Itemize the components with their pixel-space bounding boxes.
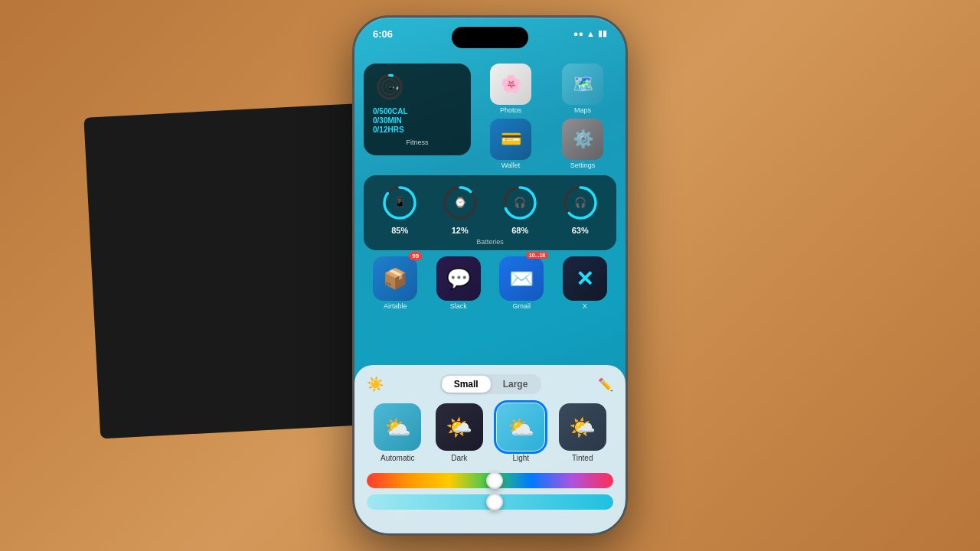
svg-text:🎧: 🎧 bbox=[514, 196, 527, 209]
batteries-widget[interactable]: 📱 85% ⌚ 12% bbox=[364, 175, 616, 250]
fitness-hrs: 0/12HRS bbox=[373, 126, 462, 134]
widget-label-automatic: Automatic bbox=[381, 454, 414, 462]
app-settings-container: ⚙️ Settings bbox=[549, 119, 616, 169]
battery-airpods: 🎧 63% bbox=[560, 183, 600, 235]
battery-headphones-pct: 68% bbox=[511, 226, 528, 235]
app-photos[interactable]: 🌸 bbox=[490, 64, 531, 105]
widget-styles: ⛅ Automatic 🌤️ Dark ⛅ Light 🌤️ Tinted bbox=[367, 403, 613, 462]
bottom-app-row: 📦 99 Airtable 💬 Slack ✉️ 10...18 Gmail ✕… bbox=[364, 256, 616, 310]
phone: 6:06 ●● ▲ ▮▮ 📱 0/500CA bbox=[352, 15, 628, 536]
fitness-label: Fitness bbox=[373, 139, 462, 146]
app-x-container: ✕ X bbox=[563, 256, 607, 310]
white-slider-thumb[interactable] bbox=[486, 494, 503, 510]
battery-watch: ⌚ 12% bbox=[440, 183, 480, 235]
app-airtable-container: 📦 99 Airtable bbox=[373, 256, 417, 310]
app-maps-label: Maps bbox=[574, 106, 591, 114]
fitness-stats: 0/500CAL 0/30MIN 0/12HRS bbox=[373, 107, 462, 134]
dynamic-island bbox=[452, 27, 528, 48]
app-settings[interactable]: ⚙️ bbox=[562, 119, 603, 160]
color-sliders bbox=[367, 473, 613, 510]
signal-icon: ●● bbox=[573, 29, 583, 38]
widget-style-tinted[interactable]: 🌤️ Tinted bbox=[559, 403, 606, 462]
fitness-widget[interactable]: 📱 0/500CAL 0/30MIN 0/12HRS Fitness bbox=[364, 64, 471, 155]
widget-label-light: Light bbox=[512, 454, 529, 462]
size-large-pill[interactable]: Large bbox=[491, 376, 541, 393]
app-slack-label: Slack bbox=[450, 302, 467, 310]
app-slack-container: 💬 Slack bbox=[436, 256, 481, 310]
app-wallet[interactable]: 💳 bbox=[490, 119, 531, 160]
fitness-min: 0/30MIN bbox=[373, 116, 462, 125]
size-selector: ☀️ Small Large ✏️ bbox=[367, 374, 613, 394]
app-x-label: X bbox=[583, 302, 587, 310]
battery-airpods-ring: 🎧 bbox=[560, 183, 600, 223]
app-gmail-container: ✉️ 10...18 Gmail bbox=[499, 256, 544, 310]
widget-label-dark: Dark bbox=[451, 454, 467, 462]
wifi-icon: ▲ bbox=[586, 29, 595, 38]
battery-phone-ring: 📱 bbox=[380, 183, 420, 223]
rainbow-slider-thumb[interactable] bbox=[486, 472, 503, 489]
widget-label-tinted: Tinted bbox=[572, 454, 593, 462]
battery-phone-pct: 85% bbox=[391, 226, 408, 235]
status-time: 6:06 bbox=[373, 28, 393, 40]
fitness-ring: 📱 bbox=[373, 73, 407, 101]
app-x[interactable]: ✕ bbox=[563, 256, 607, 301]
svg-text:📱: 📱 bbox=[387, 85, 394, 91]
battery-headphones: 🎧 68% bbox=[500, 183, 540, 235]
battery-headphones-ring: 🎧 bbox=[500, 183, 540, 223]
top-row: 📱 0/500CAL 0/30MIN 0/12HRS Fitness 🌸 Pho… bbox=[364, 64, 616, 169]
app-settings-label: Settings bbox=[570, 161, 596, 169]
app-maps-container: 🗺️ Maps bbox=[549, 64, 616, 114]
app-gmail-label: Gmail bbox=[512, 302, 531, 310]
size-small-pill[interactable]: Small bbox=[442, 376, 491, 393]
sun-icon: ☀️ bbox=[367, 376, 384, 393]
battery-icon: ▮▮ bbox=[598, 28, 607, 38]
app-photos-container: 🌸 Photos bbox=[477, 64, 544, 114]
app-airtable-label: Airtable bbox=[384, 302, 407, 310]
status-icons: ●● ▲ ▮▮ bbox=[573, 28, 607, 38]
fitness-cal: 0/500CAL bbox=[373, 107, 462, 116]
widget-preview-automatic: ⛅ bbox=[374, 403, 421, 451]
battery-watch-pct: 12% bbox=[452, 226, 469, 235]
app-photos-label: Photos bbox=[500, 106, 521, 114]
svg-text:📱: 📱 bbox=[394, 196, 407, 209]
white-slider-track[interactable] bbox=[367, 494, 613, 510]
battery-phone: 📱 85% bbox=[380, 183, 420, 235]
widget-style-automatic[interactable]: ⛅ Automatic bbox=[374, 403, 421, 462]
rainbow-slider-track[interactable] bbox=[367, 473, 613, 488]
batteries-row: 📱 85% ⌚ 12% bbox=[370, 183, 610, 235]
widget-style-light[interactable]: ⛅ Light bbox=[497, 403, 544, 462]
svg-text:🎧: 🎧 bbox=[574, 196, 587, 209]
widget-style-dark[interactable]: 🌤️ Dark bbox=[436, 403, 483, 462]
batteries-label: Batteries bbox=[370, 238, 610, 246]
eyedropper-icon[interactable]: ✏️ bbox=[598, 377, 613, 392]
size-pills: Small Large bbox=[440, 374, 542, 394]
airtable-badge: 99 bbox=[409, 252, 422, 260]
app-wallet-container: 💳 Wallet bbox=[477, 119, 544, 169]
app-gmail[interactable]: ✉️ 10...18 bbox=[499, 256, 544, 301]
phone-content: 📱 0/500CAL 0/30MIN 0/12HRS Fitness 🌸 Pho… bbox=[354, 57, 626, 533]
app-slack[interactable]: 💬 bbox=[436, 256, 481, 301]
battery-airpods-pct: 63% bbox=[572, 226, 589, 235]
widget-preview-tinted: 🌤️ bbox=[559, 403, 606, 451]
app-maps[interactable]: 🗺️ bbox=[562, 64, 603, 105]
app-airtable[interactable]: 📦 99 bbox=[373, 256, 417, 301]
widget-preview-dark: 🌤️ bbox=[436, 403, 483, 451]
gmail-badge: 10...18 bbox=[526, 252, 548, 259]
widget-preview-light: ⛅ bbox=[497, 403, 544, 451]
app-wallet-label: Wallet bbox=[501, 161, 521, 169]
battery-watch-ring: ⌚ bbox=[440, 183, 480, 223]
app-grid-top: 🌸 Photos 🗺️ Maps 💳 Wallet ⚙️ Settings bbox=[477, 64, 616, 169]
svg-text:⌚: ⌚ bbox=[454, 196, 467, 209]
bottom-sheet: ☀️ Small Large ✏️ ⛅ Automatic 🌤️ Dark bbox=[354, 365, 626, 533]
